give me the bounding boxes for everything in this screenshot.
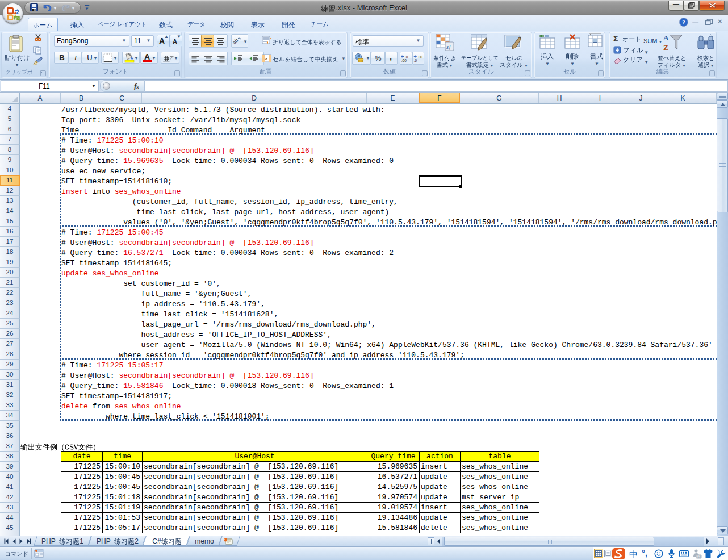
svg-text:.0: .0 xyxy=(414,58,417,62)
svg-text:a: a xyxy=(265,56,267,61)
svg-text:.00: .00 xyxy=(401,58,407,62)
svg-text:A: A xyxy=(663,34,669,42)
svg-text:Z: Z xyxy=(663,43,668,52)
svg-text:13: 13 xyxy=(697,555,701,558)
svg-text:sƒ: sƒ xyxy=(446,44,451,50)
svg-text:?: ? xyxy=(682,19,685,26)
svg-text:.00: .00 xyxy=(417,55,422,59)
